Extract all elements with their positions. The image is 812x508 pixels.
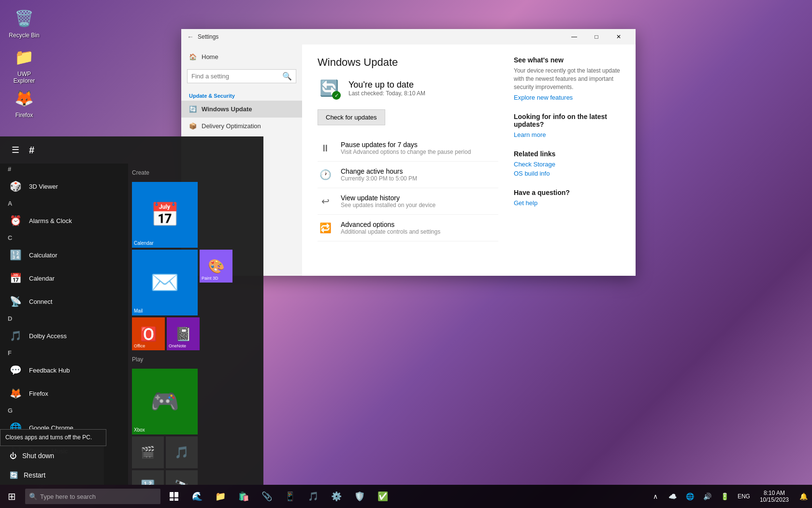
option-active-hours[interactable]: 🕐 Change active hours Currently 3:00 PM … — [318, 162, 498, 188]
active-hours-desc: Currently 3:00 PM to 5:00 PM — [341, 175, 417, 182]
clock[interactable]: 8:10 AM 10/15/2023 — [754, 485, 795, 508]
nav-item-windows-update[interactable]: 🔄 Windows Update — [181, 101, 302, 118]
taskbar-settings-tb[interactable]: ⚙️ — [325, 485, 348, 508]
taskbar-search-box[interactable]: 🔍 — [25, 489, 160, 504]
home-label: Home — [202, 53, 218, 60]
explore-features-link[interactable]: Explore new features — [514, 94, 620, 101]
learn-more-link[interactable]: Learn more — [514, 131, 620, 138]
start-item-connect[interactable]: 📡 Connect — [0, 290, 128, 313]
start-tiles: Create 📅 Calendar ✉️ Mail 🎨 Paint 3D — [128, 164, 263, 485]
nav-item-delivery-optimization[interactable]: 📦 Delivery Optimization — [181, 118, 302, 134]
notification-button[interactable]: 🔔 — [795, 485, 812, 508]
desktop-icon-recycle-bin[interactable]: 🗑️ Recycle Bin — [5, 5, 44, 41]
svg-rect-1 — [174, 492, 178, 497]
office-tile-label: Office — [134, 344, 145, 348]
tile-movies[interactable]: 🎬 — [132, 436, 164, 468]
xbox-tile-label: Xbox — [134, 427, 145, 433]
check-storage-link[interactable]: Check Storage — [514, 161, 620, 168]
restart-button[interactable]: 🔄 Restart — [0, 465, 104, 485]
shutdown-label: Shut down — [22, 452, 54, 460]
taskbar-edge[interactable]: 🌊 — [186, 485, 209, 508]
clock-icon: 🕐 — [318, 169, 333, 180]
update-last-checked: Last checked: Today, 8:10 AM — [348, 90, 425, 97]
taskbar-store[interactable]: 🛍️ — [232, 485, 255, 508]
calendar-label: Calendar — [29, 275, 55, 282]
mixed-sm-icon: 🔭 — [174, 479, 189, 485]
home-icon: 🏠 — [189, 53, 197, 60]
start-item-calendar[interactable]: 📅 Calendar — [0, 267, 128, 290]
calendar-icon: 📅 — [8, 270, 23, 286]
advanced-desc: Additional update controls and settings — [341, 228, 440, 235]
start-item-feedback[interactable]: 💬 Feedback Hub — [0, 359, 128, 382]
alarms-icon: ⏰ — [8, 213, 23, 228]
onenote-tile-icon: 📓 — [175, 326, 192, 342]
start-item-3d-viewer[interactable]: 🎲 3D Viewer — [0, 175, 128, 198]
power-menu: Closes apps and turns off the PC. ⏻ Shut… — [0, 446, 104, 485]
history-icon: ↩ — [318, 195, 333, 207]
page-title: Windows Update — [318, 56, 498, 69]
taskbar-groove-tb[interactable]: 🎵 — [302, 485, 325, 508]
back-button[interactable]: ← — [187, 33, 194, 41]
search-icon-taskbar: 🔍 — [29, 493, 37, 500]
update-history-title: View update history — [341, 194, 435, 202]
tray-volume[interactable]: 🔊 — [699, 485, 716, 508]
start-button[interactable]: ⊞ — [0, 485, 23, 508]
os-build-link[interactable]: OS build info — [514, 170, 620, 177]
calc-sm-icon: 🔢 — [141, 479, 155, 485]
tile-xbox[interactable]: 🎮 Xbox — [132, 369, 198, 434]
start-item-calculator[interactable]: 🔢 Calculator — [0, 243, 128, 267]
tile-calendar[interactable]: 📅 Calendar — [132, 182, 198, 248]
start-item-firefox[interactable]: 🦊 Firefox — [0, 382, 128, 405]
tile-calc-sm[interactable]: 🔢 — [132, 470, 164, 485]
sidebar-whats-new: See what's new Your device recently got … — [514, 56, 620, 101]
tray-onedrive[interactable]: ☁️ — [664, 485, 682, 508]
minimize-button[interactable]: — — [563, 29, 585, 45]
groove-sm-icon: 🎵 — [174, 446, 189, 459]
taskbar-office-tb[interactable]: 📎 — [255, 485, 278, 508]
play-tile-grid: 🎮 Xbox 🎬 🎵 — [132, 369, 260, 485]
taskbar-phone[interactable]: 📱 — [278, 485, 302, 508]
language-indicator[interactable]: ENG — [734, 485, 754, 508]
option-pause-updates[interactable]: ⏸ Pause updates for 7 days Visit Advance… — [318, 135, 498, 162]
taskbar-explorer[interactable]: 📁 — [209, 485, 232, 508]
nav-section-update: Update & Security — [181, 87, 302, 101]
start-item-dolby[interactable]: 🎵 Dolby Access — [0, 324, 128, 347]
get-help-link[interactable]: Get help — [514, 199, 620, 207]
connect-icon: 📡 — [8, 294, 23, 309]
tile-mixed-sm[interactable]: 🔭 — [166, 470, 198, 485]
option-advanced[interactable]: 🔁 Advanced options Additional update con… — [318, 215, 498, 241]
section-c: C — [0, 232, 128, 243]
tile-office[interactable]: 🅾️ Office — [132, 317, 165, 350]
tile-mail[interactable]: ✉️ Mail — [132, 250, 198, 315]
tray-battery[interactable]: 🔋 — [716, 485, 734, 508]
taskbar-defender[interactable]: 🛡️ — [348, 485, 371, 508]
settings-search-input[interactable] — [191, 73, 279, 80]
tray-network[interactable]: 🌐 — [682, 485, 699, 508]
desktop-icon-uwp-explorer[interactable]: 📁 UWP Explorer — [5, 44, 44, 86]
taskbar-search-input[interactable] — [40, 493, 157, 500]
looking-for-info-title: Looking for info on the latest updates? — [514, 113, 620, 128]
shutdown-button[interactable]: ⏻ Shut down — [0, 446, 104, 465]
tray-chevron[interactable]: ∧ — [647, 485, 664, 508]
maximize-button[interactable]: □ — [585, 29, 608, 45]
taskbar-todo-tb[interactable]: ✅ — [371, 485, 394, 508]
tile-onenote[interactable]: 📓 OneNote — [167, 317, 200, 350]
taskbar-task-view[interactable] — [162, 485, 186, 508]
hamburger-button[interactable]: ☰ — [8, 142, 23, 158]
question-title: Have a question? — [514, 189, 620, 196]
update-status-text: You're up to date Last checked: Today, 8… — [348, 80, 425, 97]
dolby-label: Dolby Access — [29, 332, 67, 340]
option-update-history[interactable]: ↩ View update history See updates instal… — [318, 188, 498, 215]
3d-viewer-icon: 🎲 — [8, 179, 23, 194]
settings-search-box[interactable]: 🔍 — [187, 69, 296, 83]
nav-item-home[interactable]: 🏠 Home — [181, 48, 302, 65]
tile-paint3d[interactable]: 🎨 Paint 3D — [200, 250, 232, 283]
tile-groove-sm[interactable]: 🎵 — [166, 436, 198, 468]
desktop-icon-firefox[interactable]: 🦊 Firefox — [5, 85, 44, 120]
check-for-updates-button[interactable]: Check for updates — [318, 109, 385, 125]
paint3d-tile-icon: 🎨 — [208, 258, 225, 274]
section-g: G — [0, 405, 128, 416]
start-item-alarms[interactable]: ⏰ Alarms & Clock — [0, 209, 128, 232]
close-button[interactable]: ✕ — [608, 29, 630, 45]
calendar-tile-icon: 📅 — [150, 201, 179, 228]
